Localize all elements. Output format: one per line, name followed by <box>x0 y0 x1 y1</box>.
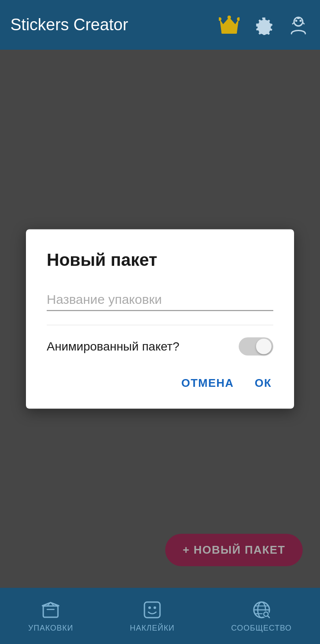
crown-icon[interactable] <box>218 14 240 36</box>
new-pack-dialog: Новый пакет Анимированный пакет? ОТМЕНА … <box>26 229 294 408</box>
nav-label-stickers: НАКЛЕЙКИ <box>130 624 175 633</box>
animated-pack-row: Анимированный пакет? <box>47 337 273 355</box>
svg-point-18 <box>154 606 156 609</box>
bottom-nav: УПАКОВКИ НАКЛЕЙКИ <box>0 588 320 644</box>
svg-rect-9 <box>297 17 300 19</box>
box-icon <box>40 599 61 620</box>
dialog-title: Новый пакет <box>47 250 273 269</box>
toggle-knob <box>256 338 272 354</box>
svg-rect-16 <box>144 602 160 618</box>
nav-item-packs[interactable]: УПАКОВКИ <box>28 599 73 633</box>
main-content: + НОВЫЙ ПАКЕТ Новый пакет Анимированный … <box>0 50 320 588</box>
svg-line-10 <box>292 22 294 24</box>
nav-item-community[interactable]: СООБЩЕСТВО <box>231 599 292 633</box>
dialog-input-area <box>47 288 273 312</box>
pack-name-input[interactable] <box>47 288 273 311</box>
svg-line-11 <box>303 22 304 24</box>
app-title: Stickers Creator <box>10 16 218 34</box>
ok-button[interactable]: ОК <box>253 373 273 393</box>
dialog-divider <box>47 325 273 325</box>
cancel-button[interactable]: ОТМЕНА <box>179 373 236 393</box>
svg-point-8 <box>300 19 302 22</box>
sticker-icon <box>142 599 163 620</box>
profile-icon[interactable] <box>287 14 310 36</box>
svg-point-3 <box>237 17 240 21</box>
nav-label-community: СООБЩЕСТВО <box>231 624 292 633</box>
svg-line-26 <box>268 616 269 618</box>
svg-marker-0 <box>220 17 239 32</box>
svg-point-4 <box>227 16 231 19</box>
svg-rect-12 <box>43 606 58 617</box>
svg-point-7 <box>295 19 298 22</box>
animated-toggle[interactable] <box>239 337 273 355</box>
svg-rect-1 <box>221 31 237 34</box>
svg-point-17 <box>148 606 151 609</box>
nav-label-packs: УПАКОВКИ <box>28 624 73 633</box>
globe-icon <box>251 599 272 620</box>
toggle-label: Анимированный пакет? <box>47 339 179 353</box>
nav-item-stickers[interactable]: НАКЛЕЙКИ <box>130 599 175 633</box>
top-bar: Stickers Creator <box>0 0 320 50</box>
svg-point-2 <box>219 17 221 21</box>
top-bar-icons <box>218 14 310 36</box>
dialog-buttons: ОТМЕНА ОК <box>47 373 273 393</box>
gear-icon[interactable] <box>253 14 275 36</box>
